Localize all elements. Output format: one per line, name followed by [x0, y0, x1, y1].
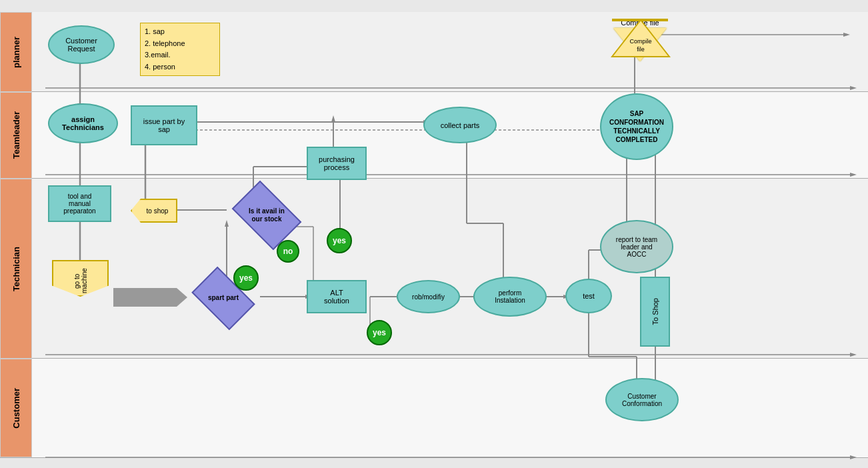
tool-manual-label: tool and manual preparaton [63, 193, 95, 215]
planner-lane-label: planner [0, 12, 32, 92]
note-box-shape: 1. sap 2. telephone 3.email. 4. person [140, 23, 220, 76]
report-to-team-shape: report to team leader and AOCC [600, 220, 673, 273]
note-content: 1. sap 2. telephone 3.email. 4. person [145, 26, 185, 73]
rob-modify-shape: rob/modifiy [397, 280, 460, 313]
yes1-label: yes [333, 236, 346, 245]
alt-solution-shape: ALT solution [307, 280, 367, 313]
yes2-label: yes [239, 273, 253, 283]
purchasing-process-shape: purchasing process [307, 147, 367, 180]
to-shop-rect-label: To Shop [651, 298, 659, 325]
perform-installation-label: perform Instalation [495, 289, 525, 304]
rob-modify-label: rob/modifiy [412, 293, 445, 301]
assign-technicians-shape: assignTechnicians [48, 103, 118, 143]
yes1-circle: yes [327, 228, 352, 253]
test-shape: test [565, 279, 612, 313]
bottom-border [0, 457, 868, 458]
customer-conformation-label: Customer Conformation [622, 393, 662, 407]
technician-lane-label: Technician [0, 179, 32, 359]
tool-manual-shape: tool and manual preparaton [48, 185, 111, 222]
go-to-machine-shape: go to machine [52, 260, 109, 297]
customer-conformation-shape: Customer Conformation [605, 378, 679, 421]
svg-text:file: file [637, 46, 645, 53]
customer-request-shape: Customer Request [48, 25, 115, 64]
customer-lane-label: Customer [0, 359, 32, 457]
yes2-circle: yes [233, 265, 259, 291]
assign-technicians-label: assignTechnicians [62, 115, 104, 131]
to-shop-chevron-label: to shop [147, 207, 169, 215]
sap-confirmation-label: SAPCONFORMATIONTECHNICALLYCOMPLETED [609, 109, 664, 144]
yes3-circle: yes [367, 320, 392, 345]
collect-parts-shape: collect parts [423, 107, 497, 143]
compile-file-svg: Compile file [611, 13, 671, 61]
customer-lane-bg [32, 359, 868, 457]
diagram-container: planner Teamleader Technician Customer [0, 0, 868, 468]
perform-installation-shape: perform Instalation [473, 277, 547, 317]
sap-confirmation-shape: SAPCONFORMATIONTECHNICALLYCOMPLETED [600, 93, 673, 160]
alt-solution-label: ALT solution [324, 289, 349, 305]
purchasing-process-label: purchasing process [319, 155, 355, 171]
teamleader-lane-label: Teamleader [0, 92, 32, 179]
is-it-avail-shape: Is it avail inour stock [227, 190, 307, 240]
svg-text:Compile: Compile [629, 38, 651, 45]
no1-circle: no [277, 240, 299, 263]
no1-label: no [283, 247, 293, 256]
yes3-label: yes [373, 328, 386, 337]
customer-request-label: Customer Request [65, 37, 97, 53]
big-gray-arrow [113, 288, 177, 307]
report-to-team-label: report to team leader and AOCC [616, 236, 657, 258]
issue-part-by-sap-shape: issue part by sap [131, 105, 197, 145]
collect-parts-label: collect parts [441, 121, 480, 129]
go-to-machine-label: go to machine [73, 267, 88, 295]
to-shop-chevron-shape: to shop [131, 199, 177, 223]
issue-part-by-sap-label: issue part by sap [143, 117, 185, 133]
test-label: test [583, 292, 595, 300]
to-shop-rect-shape: To Shop [640, 277, 670, 347]
